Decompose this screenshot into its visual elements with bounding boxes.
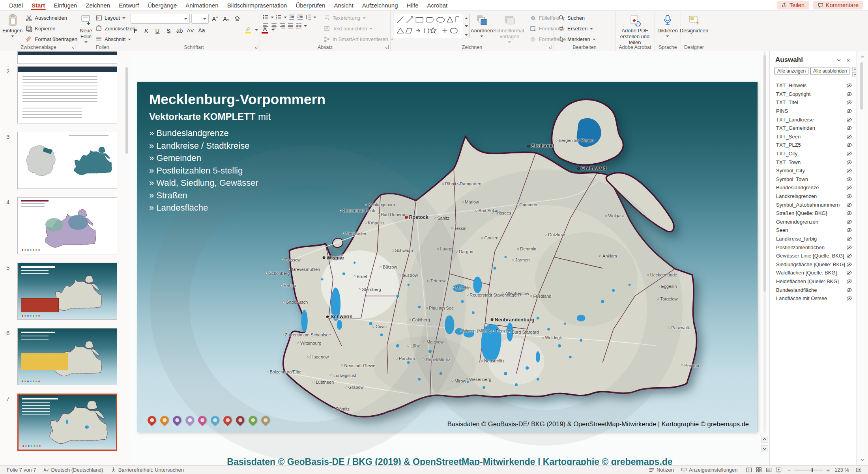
layer-row[interactable]: Gewässer Linie [Quelle: BKG]: [770, 252, 856, 260]
gallery-more-button[interactable]: [463, 30, 469, 38]
eye-slash-icon[interactable]: [846, 278, 852, 284]
menu-tab[interactable]: Zeichnen: [81, 1, 114, 10]
eye-slash-icon[interactable]: [846, 193, 852, 199]
clear-formatting-button[interactable]: [232, 14, 242, 24]
menu-tab[interactable]: Überprüfen: [291, 1, 329, 10]
format-painter-button[interactable]: Format übertragen: [24, 34, 79, 44]
layer-row[interactable]: TXT_Copyright: [770, 90, 856, 99]
layer-row[interactable]: Gemeindegrenzen: [770, 218, 856, 226]
comments-button[interactable]: Kommentare: [813, 1, 863, 9]
eye-slash-icon[interactable]: [846, 219, 852, 225]
menu-tab[interactable]: Übergänge: [143, 1, 181, 10]
eye-slash-icon[interactable]: [846, 287, 852, 293]
menu-tab[interactable]: Aufzeichnung: [358, 1, 402, 10]
eye-slash-icon[interactable]: [846, 108, 852, 114]
layer-row[interactable]: Siedlungsfläche [Quelle: BKG]: [770, 260, 856, 269]
menu-tab[interactable]: Animationen: [181, 1, 223, 10]
eye-slash-icon[interactable]: [846, 159, 852, 165]
eye-slash-icon[interactable]: [846, 210, 852, 216]
shrink-font-button[interactable]: A˅: [221, 14, 231, 24]
highlight-color-button[interactable]: [243, 25, 253, 35]
map-pin-icon[interactable]: [171, 414, 183, 426]
layer-row[interactable]: Landfläche mit Ostsee: [770, 294, 856, 303]
font-style-button[interactable]: Aa: [197, 26, 206, 35]
map-pin-icon[interactable]: [146, 414, 158, 426]
slide-7[interactable]: Mecklenburg-Vorpommern Vektorkarte KOMPL…: [137, 82, 758, 432]
quick-styles-button[interactable]: Schnellformat-vorlagen: [494, 12, 525, 43]
gallery-down-button[interactable]: [463, 22, 469, 30]
adobe-pdf-button[interactable]: Adobe PDF erstellen und teilen: [618, 12, 652, 46]
copy-button[interactable]: Kopieren: [24, 24, 79, 34]
map-pin-icon[interactable]: [260, 414, 271, 426]
slideshow-view-icon[interactable]: [776, 467, 782, 473]
show-all-button[interactable]: Alle anzeigen: [774, 67, 808, 75]
slide-thumbnail-1-partial[interactable]: [17, 51, 117, 64]
map-pin-icon[interactable]: [247, 414, 259, 426]
scroll-down-icon[interactable]: [860, 457, 865, 462]
zoom-level[interactable]: 123 %: [831, 466, 853, 474]
font-style-button[interactable]: K: [142, 26, 151, 35]
eye-slash-icon[interactable]: [846, 236, 852, 242]
eye-slash-icon[interactable]: [846, 99, 852, 105]
menu-tab[interactable]: Entwurf: [114, 1, 143, 10]
eye-slash-icon[interactable]: [846, 125, 852, 131]
design-ideas-button[interactable]: Designideen: [683, 12, 705, 42]
menu-tab[interactable]: Ansicht: [329, 1, 357, 10]
layer-row[interactable]: Symbol_City: [770, 166, 856, 175]
layer-row[interactable]: PINS: [770, 107, 856, 116]
scroll-up-icon[interactable]: [860, 54, 865, 59]
font-style-button[interactable]: F: [131, 26, 140, 35]
dictate-button[interactable]: Diktieren: [657, 12, 678, 42]
font-style-button[interactable]: S: [164, 26, 173, 35]
eye-slash-icon[interactable]: [846, 202, 852, 208]
thumbnail-scrollbar[interactable]: [124, 51, 129, 465]
find-button[interactable]: Suchen: [556, 13, 598, 23]
layer-row[interactable]: TXT_Gemeinden: [770, 124, 856, 132]
text-direction-button[interactable]: Textrichtung: [322, 13, 396, 23]
slide-thumbnail-4[interactable]: [17, 197, 117, 254]
layer-row[interactable]: TXT_Titel: [770, 98, 856, 107]
eye-slash-icon[interactable]: [846, 142, 852, 148]
layer-row[interactable]: Symbol_Autobahnnummern: [770, 200, 856, 209]
map-pin-icon[interactable]: [209, 414, 221, 426]
cut-button[interactable]: Ausschneiden: [24, 13, 79, 23]
eye-slash-icon[interactable]: [846, 253, 852, 259]
accessibility-checker[interactable]: Barrierefreiheit: Untersuchen: [107, 466, 187, 474]
align-text-button[interactable]: Text ausrichten: [322, 24, 396, 34]
slide-thumbnail-6[interactable]: [17, 328, 117, 385]
menu-tab[interactable]: Bildschirmpräsentation: [223, 1, 292, 10]
layer-row[interactable]: Landkreisgrenzen: [770, 192, 856, 201]
eye-slash-icon[interactable]: [846, 227, 852, 233]
slide-thumbnail-2[interactable]: [17, 66, 117, 123]
layer-row[interactable]: TXT_Hinweis: [770, 81, 856, 90]
fit-slide-icon[interactable]: [856, 467, 862, 473]
layer-row[interactable]: Straßen [Quelle: BKG]: [770, 209, 856, 218]
eye-slash-icon[interactable]: [846, 168, 852, 174]
pane-close-icon[interactable]: ×: [845, 57, 851, 63]
font-size-combo[interactable]: [191, 14, 209, 24]
justify-icon[interactable]: [287, 22, 294, 29]
gallery-up-button[interactable]: [463, 14, 469, 22]
slide-thumbnail-3[interactable]: [17, 132, 117, 189]
paste-button[interactable]: Einfügen: [2, 12, 22, 42]
bullet-list-icon[interactable]: [262, 14, 269, 21]
eye-slash-icon[interactable]: [846, 82, 852, 88]
layer-row[interactable]: Heideflächen [Quelle: BKG]: [770, 277, 856, 286]
decrease-indent-icon[interactable]: [288, 14, 295, 21]
map-pin-icon[interactable]: [196, 414, 208, 426]
line-spacing-icon[interactable]: [305, 14, 312, 21]
layer-row[interactable]: Symbol_Town: [770, 175, 856, 184]
map-pin-icon[interactable]: [159, 414, 170, 426]
layer-row[interactable]: TXT_City: [770, 149, 856, 158]
layer-row[interactable]: Postleitzahlenflächen: [770, 243, 856, 252]
zoom-out-button[interactable]: −: [786, 467, 792, 473]
normal-view-icon[interactable]: [746, 467, 752, 473]
zoom-slider[interactable]: [794, 470, 823, 470]
layer-row[interactable]: Seen: [770, 226, 856, 235]
menu-tab[interactable]: Einfügen: [49, 1, 81, 10]
canvas-scrollbar[interactable]: [761, 51, 768, 432]
share-button[interactable]: Teilen: [777, 1, 809, 9]
eye-slash-icon[interactable]: [846, 117, 852, 123]
app-scrollbar[interactable]: [856, 51, 868, 465]
next-slide-button[interactable]: [761, 445, 768, 452]
